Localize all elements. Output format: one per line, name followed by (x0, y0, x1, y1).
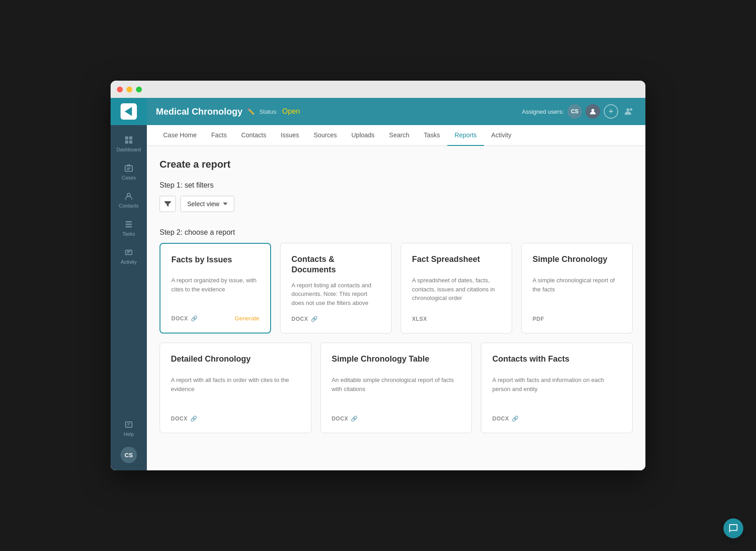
sidebar-item-label-help: Help (124, 431, 134, 437)
page-title: Create a report (160, 159, 633, 170)
svg-rect-2 (125, 140, 128, 144)
svg-rect-8 (126, 221, 132, 222)
report-card-contacts-documents[interactable]: Contacts & Documents A report listing al… (280, 243, 392, 334)
report-format-facts-by-issues: DOCX 🔗 (171, 315, 198, 322)
tab-tasks[interactable]: Tasks (417, 125, 447, 146)
report-card-facts-by-issues[interactable]: Facts by Issues A report organized by is… (160, 243, 271, 334)
svg-rect-4 (125, 166, 132, 171)
report-format-simple-chronology-table: DOCX 🔗 (332, 416, 358, 422)
report-title-simple-chronology: Simple Chronology (533, 254, 621, 271)
select-view-button[interactable]: Select view (180, 196, 234, 212)
tasks-icon (124, 219, 134, 229)
generate-link-facts-by-issues[interactable]: Generate (235, 315, 259, 322)
svg-rect-0 (125, 136, 128, 140)
link-icon-sct: 🔗 (351, 416, 358, 422)
svg-rect-10 (126, 226, 132, 227)
app-window: Dashboard Cases (111, 81, 645, 470)
report-title-facts-by-issues: Facts by Issues (171, 255, 259, 271)
report-card-detailed-chronology[interactable]: Detailed Chronology A report with all fa… (160, 343, 311, 433)
report-format-simple-chronology: PDF (533, 316, 544, 322)
filter-button[interactable] (160, 196, 176, 212)
user-avatar-sidebar[interactable]: CS (121, 447, 137, 463)
report-desc-contacts-documents: A report listing all contacts and docume… (291, 281, 380, 309)
top-bar: Medical Chronology ✏️ Status: Open Assig… (147, 98, 645, 125)
step1-section: Step 1: set filters Select view (160, 181, 633, 212)
tab-contacts[interactable]: Contacts (234, 125, 273, 146)
case-title: Medical Chronology (156, 106, 242, 117)
tab-sources[interactable]: Sources (306, 125, 344, 146)
report-card-simple-chronology[interactable]: Simple Chronology A simple chronological… (521, 243, 633, 334)
sidebar-item-activity[interactable]: Activity (111, 242, 147, 270)
tab-facts[interactable]: Facts (204, 125, 234, 146)
report-desc-fact-spreadsheet: A spreadsheet of dates, facts, contacts,… (412, 276, 501, 309)
svg-rect-14 (126, 422, 132, 427)
reports-grid-row2: Detailed Chronology A report with all fa… (160, 343, 633, 433)
sidebar-bottom: Help CS (111, 414, 147, 470)
maximize-button[interactable] (136, 87, 142, 92)
chat-fab-button[interactable] (723, 518, 743, 538)
sidebar-item-help[interactable]: Help (111, 414, 147, 442)
report-desc-simple-chronology-table: An editable simple chronological report … (332, 376, 461, 408)
svg-rect-3 (129, 140, 132, 144)
report-card-fact-spreadsheet[interactable]: Fact Spreadsheet A spreadsheet of dates,… (401, 243, 512, 334)
sidebar-item-label-activity: Activity (121, 259, 137, 265)
sidebar-item-contacts[interactable]: Contacts (111, 186, 147, 214)
close-button[interactable] (117, 87, 123, 92)
tab-search[interactable]: Search (382, 125, 417, 146)
sidebar-item-label-dashboard: Dashboard (116, 147, 141, 152)
report-format-fact-spreadsheet: XLSX (412, 316, 427, 322)
sidebar-item-tasks[interactable]: Tasks (111, 214, 147, 242)
report-format-contacts-documents: DOCX 🔗 (291, 316, 318, 322)
report-footer-detailed-chronology: DOCX 🔗 (171, 416, 300, 422)
status-value: Open (282, 107, 300, 116)
sidebar-nav: Dashboard Cases (111, 125, 147, 414)
sidebar-item-label-cases: Cases (121, 175, 136, 180)
tab-uploads[interactable]: Uploads (344, 125, 382, 146)
svg-rect-1 (129, 136, 132, 140)
select-view-label: Select view (187, 200, 219, 208)
nav-tabs: Case Home Facts Contacts Issues Sources … (147, 125, 645, 146)
edit-icon[interactable]: ✏️ (247, 108, 255, 115)
step2-label: Step 2: choose a report (160, 228, 633, 237)
report-title-contacts-documents: Contacts & Documents (291, 254, 380, 276)
tab-issues[interactable]: Issues (273, 125, 306, 146)
status-label: Status: (259, 108, 277, 115)
report-card-contacts-with-facts[interactable]: Contacts with Facts A report with facts … (481, 343, 633, 433)
sidebar-logo[interactable] (111, 98, 147, 125)
tab-activity[interactable]: Activity (484, 125, 519, 146)
report-title-detailed-chronology: Detailed Chronology (171, 354, 300, 370)
report-title-simple-chronology-table: Simple Chronology Table (332, 354, 461, 370)
report-format-detailed-chronology: DOCX 🔗 (171, 416, 197, 422)
link-icon-cwf: 🔗 (512, 416, 519, 422)
cases-icon (124, 163, 134, 173)
svg-rect-9 (126, 224, 132, 225)
reports-grid-row1: Facts by Issues A report organized by is… (160, 243, 633, 334)
step2-section: Step 2: choose a report Facts by Issues … (160, 228, 633, 433)
tab-reports[interactable]: Reports (447, 125, 484, 146)
contacts-icon (124, 191, 134, 201)
activity-icon (124, 247, 134, 257)
svg-point-17 (591, 109, 594, 111)
report-card-simple-chronology-table[interactable]: Simple Chronology Table An editable simp… (320, 343, 472, 433)
report-desc-simple-chronology: A simple chronological report of the fac… (533, 276, 621, 309)
logo-icon (121, 103, 137, 120)
report-desc-contacts-with-facts: A report with facts and information on e… (492, 376, 621, 408)
svg-point-19 (630, 108, 632, 111)
help-icon (124, 420, 134, 430)
filter-row: Select view (160, 196, 633, 212)
add-user-button[interactable]: + (604, 104, 618, 119)
svg-rect-11 (126, 250, 132, 255)
user-avatar-generic (586, 104, 600, 119)
assigned-users-label: Assigned users: (522, 108, 564, 115)
sidebar-item-cases[interactable]: Cases (111, 158, 147, 186)
main-content: Medical Chronology ✏️ Status: Open Assig… (147, 98, 645, 470)
report-footer-simple-chronology-table: DOCX 🔗 (332, 416, 461, 422)
link-icon: 🔗 (191, 315, 198, 322)
assigned-user-avatar[interactable]: CS (567, 104, 582, 119)
link-icon-contacts: 🔗 (311, 316, 318, 322)
case-header: Medical Chronology ✏️ Status: Open (156, 106, 522, 117)
sidebar-item-dashboard[interactable]: Dashboard (111, 130, 147, 158)
tab-case-home[interactable]: Case Home (156, 125, 204, 146)
minimize-button[interactable] (126, 87, 132, 92)
report-format-contacts-with-facts: DOCX 🔗 (492, 416, 519, 422)
